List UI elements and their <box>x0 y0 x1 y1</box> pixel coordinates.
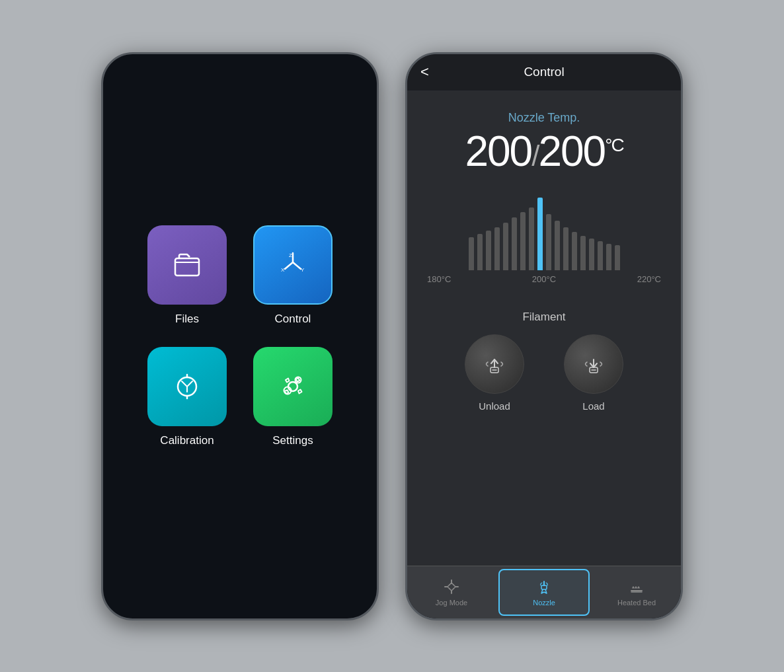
nozzle-temp-display: 200/200°C <box>465 130 623 172</box>
temp-bar-15[interactable] <box>598 241 603 270</box>
filament-section: Filament <box>420 311 668 412</box>
svg-text:X: X <box>281 267 285 273</box>
tab-nozzle[interactable]: Nozzle <box>498 569 590 616</box>
control-screen: < Control Nozzle Temp. 200/200°C 180°C 2… <box>407 54 681 618</box>
temp-bar-10[interactable] <box>555 221 560 270</box>
temp-mid-label: 200°C <box>532 274 556 284</box>
svg-text:Y: Y <box>301 267 305 273</box>
heated-bed-icon <box>627 578 646 596</box>
temp-max-label: 220°C <box>637 274 661 284</box>
temp-bar-3[interactable] <box>494 227 500 270</box>
settings-icon-box <box>253 347 333 426</box>
menu-grid: Files Z X Y Control <box>134 212 346 461</box>
temp-bar-5[interactable] <box>512 217 517 270</box>
temp-bar-9[interactable] <box>546 214 551 270</box>
menu-item-control[interactable]: Z X Y Control <box>253 225 333 326</box>
heated-bed-label: Heated Bed <box>617 599 656 607</box>
unload-label: Unload <box>479 400 510 412</box>
svg-text:Z: Z <box>289 252 292 258</box>
bottom-tabs: Jog Mode Nozzle <box>407 566 681 618</box>
nozzle-temp-label: Nozzle Temp. <box>508 111 580 125</box>
temp-scale-labels: 180°C 200°C 220°C <box>420 270 668 284</box>
filament-label: Filament <box>522 311 565 324</box>
temp-bar-4[interactable] <box>503 223 508 270</box>
nozzle-tab-label: Nozzle <box>533 599 555 607</box>
temp-bar-2[interactable] <box>486 231 491 270</box>
temp-bars <box>420 191 668 270</box>
control-body: Nozzle Temp. 200/200°C 180°C 200°C 220°C <box>407 91 681 566</box>
menu-item-calibration[interactable]: Calibration <box>147 347 227 447</box>
load-icon-circle <box>564 334 623 394</box>
files-icon <box>170 248 204 282</box>
svg-point-11 <box>288 382 297 391</box>
settings-label: Settings <box>272 434 313 447</box>
back-button[interactable]: < <box>420 63 429 81</box>
tab-heated-bed[interactable]: Heated Bed <box>592 566 681 618</box>
temp-slash: / <box>531 139 538 172</box>
control-icon: Z X Y <box>276 248 310 282</box>
temp-bar-6[interactable] <box>520 212 526 270</box>
unload-icon <box>478 348 511 381</box>
svg-rect-0 <box>175 258 199 276</box>
temp-bar-16[interactable] <box>606 244 611 270</box>
temp-bar-1[interactable] <box>477 234 483 270</box>
temp-bar-17[interactable] <box>615 245 620 270</box>
calibration-icon <box>170 369 204 404</box>
temp-bar-8[interactable] <box>537 198 543 270</box>
left-phone: Files Z X Y Control <box>101 52 379 620</box>
menu-item-settings[interactable]: Settings <box>253 347 333 447</box>
menu-screen: Files Z X Y Control <box>103 54 377 618</box>
target-temp: 200 <box>538 128 605 175</box>
right-phone: < Control Nozzle Temp. 200/200°C 180°C 2… <box>405 52 683 620</box>
control-label: Control <box>275 313 311 326</box>
files-label: Files <box>175 313 199 326</box>
temp-bar-14[interactable] <box>589 239 594 270</box>
temp-min-label: 180°C <box>427 274 451 284</box>
nozzle-tab-icon <box>535 578 553 596</box>
jog-mode-label: Jog Mode <box>436 599 467 607</box>
load-button[interactable]: Load <box>564 334 623 412</box>
svg-line-3 <box>285 262 293 269</box>
temp-bar-7[interactable] <box>529 207 534 270</box>
temp-bar-13[interactable] <box>580 236 586 270</box>
load-icon <box>577 348 610 381</box>
temp-scale: 180°C 200°C 220°C <box>420 191 668 284</box>
left-screen: Files Z X Y Control <box>103 54 377 618</box>
page-title: Control <box>524 65 564 79</box>
control-header: < Control <box>407 54 681 91</box>
temp-bar-11[interactable] <box>563 227 568 270</box>
tab-jog-mode[interactable]: Jog Mode <box>407 566 496 618</box>
menu-item-files[interactable]: Files <box>147 225 227 326</box>
temp-unit: °C <box>605 134 623 155</box>
current-temp: 200 <box>465 128 531 175</box>
unload-icon-circle <box>465 334 524 394</box>
calibration-icon-box <box>147 347 227 426</box>
svg-line-2 <box>293 262 301 269</box>
settings-icon <box>276 369 310 404</box>
control-icon-box: Z X Y <box>253 225 333 305</box>
right-screen: < Control Nozzle Temp. 200/200°C 180°C 2… <box>407 54 681 618</box>
files-icon-box <box>147 225 227 305</box>
unload-button[interactable]: Unload <box>465 334 524 412</box>
temp-bar-12[interactable] <box>572 232 577 270</box>
filament-buttons: Unload <box>465 334 623 412</box>
calibration-label: Calibration <box>160 434 214 447</box>
load-label: Load <box>582 400 604 412</box>
temp-bar-0[interactable] <box>469 237 474 270</box>
jog-mode-icon <box>442 578 461 596</box>
